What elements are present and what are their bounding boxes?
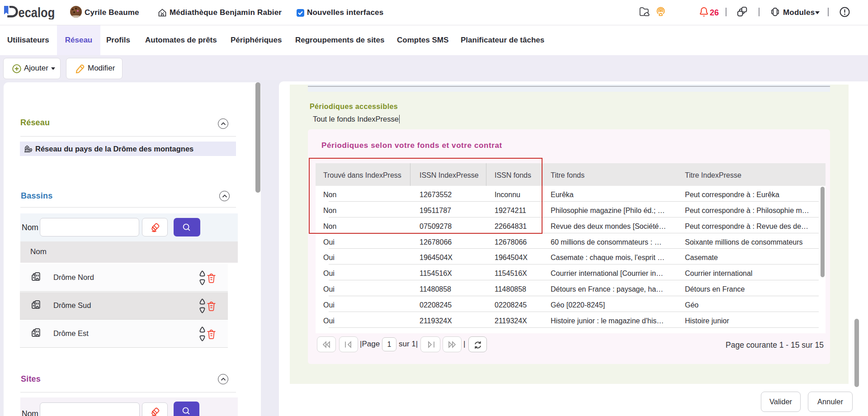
svg-text:ecalog: ecalog xyxy=(19,5,55,19)
